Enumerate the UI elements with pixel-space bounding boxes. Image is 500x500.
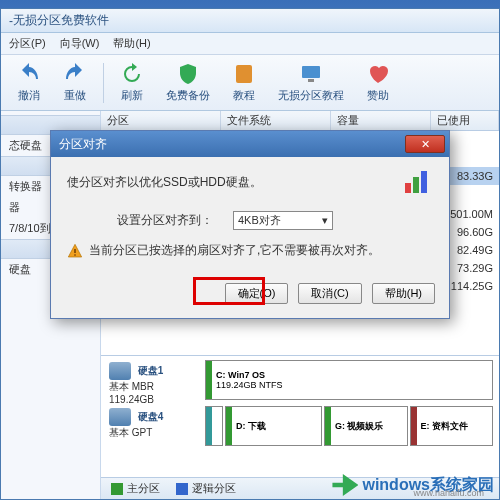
- setting-row: 设置分区对齐到： 4KB对齐 ▾: [117, 211, 433, 230]
- partition-block[interactable]: E: 资料文件: [410, 406, 494, 446]
- disk-label: 硬盘1 基本 MBR 119.24GB: [105, 360, 205, 400]
- disk-type: 基本 GPT: [109, 427, 152, 438]
- refresh-icon: [120, 62, 144, 86]
- disk-icon: [109, 362, 131, 380]
- menu-wizard[interactable]: 向导(W): [60, 36, 100, 51]
- dialog-body: 使分区对齐以优化SSD或HDD硬盘。 设置分区对齐到： 4KB对齐 ▾ 当前分区…: [51, 157, 449, 273]
- align-dialog: 分区对齐 ✕ 使分区对齐以优化SSD或HDD硬盘。 设置分区对齐到： 4KB对齐…: [50, 130, 450, 319]
- list-header: 分区 文件系统 容量 已使用: [101, 111, 499, 131]
- toolbar-label: 免费备份: [166, 88, 210, 103]
- disk-icon: [109, 408, 131, 426]
- svg-rect-0: [236, 65, 252, 83]
- partition-label: E: 资料文件: [421, 420, 489, 433]
- cancel-button[interactable]: 取消(C): [298, 283, 361, 304]
- disk-name: 硬盘4: [138, 411, 164, 422]
- col-used[interactable]: 已使用: [431, 111, 499, 130]
- main-title-bar: - 无损分区免费软件: [1, 9, 499, 33]
- svg-rect-1: [302, 66, 320, 78]
- warning-row: 当前分区已按选择的扇区对齐了,它不需要被再次对齐。: [67, 242, 433, 259]
- svg-rect-4: [74, 254, 75, 255]
- backup-button[interactable]: 免费备份: [156, 60, 220, 105]
- svg-rect-3: [74, 249, 75, 253]
- close-icon: ✕: [421, 138, 430, 151]
- disk-row[interactable]: 硬盘1 基本 MBR 119.24GB C: Win7 OS 119.24GB …: [105, 360, 495, 400]
- dialog-message: 使分区对齐以优化SSD或HDD硬盘。: [67, 174, 262, 191]
- disk-label: 硬盘4 基本 GPT: [105, 406, 205, 446]
- disk-name: 硬盘1: [138, 365, 164, 376]
- align-combobox[interactable]: 4KB对齐 ▾: [233, 211, 333, 230]
- close-button[interactable]: ✕: [405, 135, 445, 153]
- sponsor-button[interactable]: 赞助: [356, 60, 400, 105]
- dialog-title: 分区对齐: [59, 136, 107, 153]
- col-capacity[interactable]: 容量: [331, 111, 431, 130]
- toolbar-label: 无损分区教程: [278, 88, 344, 103]
- menu-bar: 分区(P) 向导(W) 帮助(H): [1, 33, 499, 55]
- toolbar-label: 撤消: [18, 88, 40, 103]
- redo-button[interactable]: 重做: [53, 60, 97, 105]
- disk-size: 119.24GB: [109, 394, 154, 405]
- partition-size: 119.24GB NTFS: [216, 380, 488, 390]
- partition-block[interactable]: C: Win7 OS 119.24GB NTFS: [205, 360, 493, 400]
- warning-icon: [67, 243, 83, 259]
- disk-row[interactable]: 硬盘4 基本 GPT D: 下载 G: 视频娱乐 E: 资料文件: [105, 406, 495, 446]
- toolbar-label: 教程: [233, 88, 255, 103]
- partition-block[interactable]: G: 视频娱乐: [324, 406, 408, 446]
- watermark-logo-icon: [332, 474, 358, 496]
- heart-icon: [366, 62, 390, 86]
- ok-button[interactable]: 确定(O): [225, 283, 289, 304]
- legend-swatch-primary: [111, 483, 123, 495]
- refresh-button[interactable]: 刷新: [110, 60, 154, 105]
- partition-block[interactable]: [205, 406, 223, 446]
- partition-label: D: 下载: [236, 420, 317, 433]
- undo-button[interactable]: 撤消: [7, 60, 51, 105]
- col-partition[interactable]: 分区: [101, 111, 221, 130]
- watermark-url: www.nahaifu.com: [413, 488, 484, 498]
- monitor-icon: [299, 62, 323, 86]
- toolbar-separator: [103, 63, 104, 103]
- dialog-title-bar[interactable]: 分区对齐 ✕: [51, 131, 449, 157]
- warning-text: 当前分区已按选择的扇区对齐了,它不需要被再次对齐。: [89, 242, 380, 259]
- dialog-message-row: 使分区对齐以优化SSD或HDD硬盘。: [67, 171, 433, 193]
- toolbar-label: 重做: [64, 88, 86, 103]
- redo-icon: [63, 62, 87, 86]
- svg-rect-2: [308, 79, 314, 82]
- watermark: windows系统家园 www.nahaifu.com: [332, 474, 494, 496]
- partition-block[interactable]: D: 下载: [225, 406, 322, 446]
- col-filesystem[interactable]: 文件系统: [221, 111, 331, 130]
- legend-primary: 主分区: [111, 481, 160, 496]
- menu-help[interactable]: 帮助(H): [113, 36, 150, 51]
- combo-value: 4KB对齐: [238, 213, 281, 228]
- shield-icon: [176, 62, 200, 86]
- course-button[interactable]: 无损分区教程: [268, 60, 354, 105]
- chevron-down-icon: ▾: [322, 214, 328, 227]
- tutorial-button[interactable]: 教程: [222, 60, 266, 105]
- legend-logical: 逻辑分区: [176, 481, 236, 496]
- book-icon: [232, 62, 256, 86]
- partition-label: C: Win7 OS: [216, 370, 488, 380]
- legend-swatch-logical: [176, 483, 188, 495]
- partition-label: G: 视频娱乐: [335, 420, 403, 433]
- help-button[interactable]: 帮助(H): [372, 283, 435, 304]
- toolbar-label: 刷新: [121, 88, 143, 103]
- disk-map: 硬盘1 基本 MBR 119.24GB C: Win7 OS 119.24GB …: [101, 355, 499, 475]
- menu-partition[interactable]: 分区(P): [9, 36, 46, 51]
- toolbar-label: 赞助: [367, 88, 389, 103]
- disk-type: 基本 MBR: [109, 381, 154, 392]
- undo-icon: [17, 62, 41, 86]
- bar-chart-icon: [405, 171, 433, 193]
- setting-label: 设置分区对齐到：: [117, 212, 213, 229]
- main-toolbar: 撤消 重做 刷新 免费备份 教程 无损分区教程 赞助: [1, 55, 499, 111]
- dialog-buttons: 确定(O) 取消(C) 帮助(H): [51, 273, 449, 318]
- app-title: 无损分区免费软件: [13, 12, 109, 29]
